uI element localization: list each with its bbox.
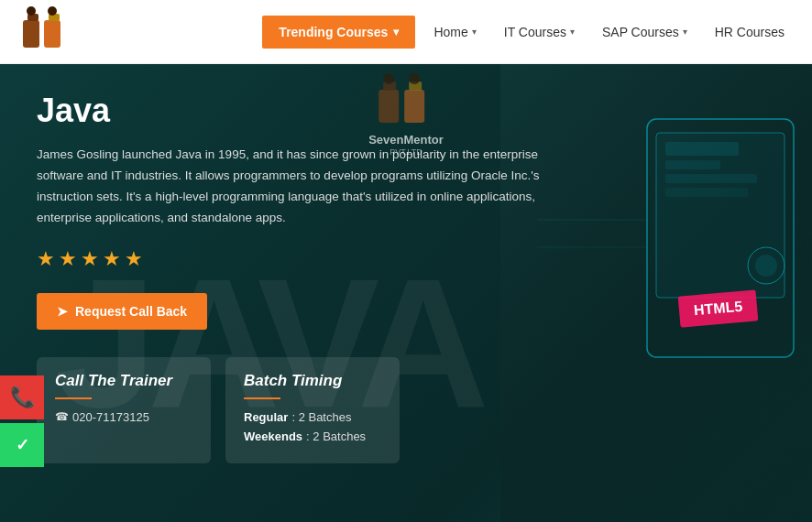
svg-point-2: [27, 6, 36, 16]
hero-section: JAVA SevenMentor PVT.LTD HTML: [0, 64, 812, 522]
course-description: James Gosling launched Java in 1995, and…: [37, 145, 577, 229]
phone-icon: ☎: [55, 410, 69, 423]
phone-float-icon: 📞: [10, 386, 35, 409]
phone-float-button[interactable]: 📞: [0, 375, 44, 419]
whatsapp-float-icon: ✓: [16, 435, 29, 455]
svg-rect-0: [23, 20, 39, 48]
nav-sap-courses[interactable]: SAP Courses: [593, 17, 697, 47]
batch-card-divider: [244, 397, 280, 399]
star-5: ★: [125, 247, 143, 271]
header: Trending Courses Home IT Courses SAP Cou…: [0, 0, 812, 64]
nav: Trending Courses Home IT Courses SAP Cou…: [262, 16, 794, 49]
trainer-card: Call The Trainer ☎ 020-71173125: [37, 357, 211, 463]
svg-point-19: [755, 255, 777, 277]
floating-buttons: 📞 ✓: [0, 375, 44, 467]
svg-rect-16: [665, 174, 757, 183]
hero-content: Java James Gosling launched Java in 1995…: [37, 92, 577, 463]
batch-card: Batch Timing Regular : 2 Batches Weekend…: [225, 357, 400, 463]
regular-label: Regular: [244, 410, 288, 424]
send-icon: ➤: [57, 304, 68, 319]
svg-rect-14: [665, 142, 739, 156]
svg-rect-3: [44, 20, 60, 48]
nav-it-courses[interactable]: IT Courses: [495, 17, 584, 47]
svg-point-8: [383, 73, 394, 84]
svg-rect-17: [665, 188, 748, 197]
star-4: ★: [103, 247, 121, 271]
trainer-card-title: Call The Trainer: [55, 372, 192, 390]
svg-point-11: [409, 73, 420, 84]
logo-area: [18, 6, 128, 57]
logo-icon: [18, 6, 73, 57]
request-callback-button[interactable]: ➤ Request Call Back: [37, 293, 207, 330]
trainer-title-text: Call The Trainer: [55, 372, 172, 390]
tech-visual: [537, 82, 812, 449]
svg-point-5: [48, 6, 57, 16]
star-2: ★: [59, 247, 77, 271]
star-rating: ★ ★ ★ ★ ★: [37, 247, 577, 271]
nav-home[interactable]: Home: [424, 17, 485, 47]
batch-card-title: Batch Timing: [244, 372, 381, 390]
regular-value: : 2 Batches: [291, 410, 351, 424]
star-3: ★: [81, 247, 99, 271]
star-1: ★: [37, 247, 55, 271]
trending-courses-button[interactable]: Trending Courses: [262, 16, 415, 49]
weekends-label: Weekends: [244, 430, 302, 443]
weekends-batch-row: Weekends : 2 Batches: [244, 430, 381, 443]
regular-batch-row: Regular : 2 Batches: [244, 410, 381, 424]
whatsapp-float-button[interactable]: ✓: [0, 423, 44, 467]
info-cards: Call The Trainer ☎ 020-71173125 Batch Ti…: [37, 357, 577, 463]
trainer-phone: 020-71173125: [72, 410, 149, 424]
batch-title-text: Batch Timing: [244, 372, 342, 390]
nav-hr-courses[interactable]: HR Courses: [706, 17, 794, 47]
svg-rect-15: [665, 160, 720, 169]
trainer-phone-row: ☎ 020-71173125: [55, 410, 192, 424]
weekends-value: : 2 Batches: [306, 430, 366, 443]
course-title: Java: [37, 92, 577, 130]
callback-label: Request Call Back: [75, 304, 187, 319]
trainer-card-divider: [55, 397, 92, 399]
